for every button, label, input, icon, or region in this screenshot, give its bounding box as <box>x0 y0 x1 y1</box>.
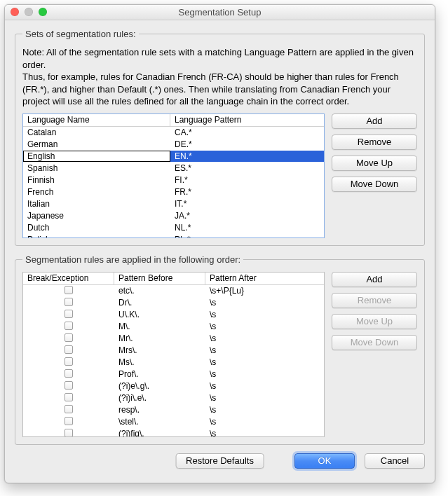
cell-pattern-before[interactable]: (?i)i\.e\. <box>114 392 205 404</box>
table-row[interactable]: Prof\.\s <box>23 368 324 380</box>
titlebar[interactable]: Segmentation Setup <box>5 5 435 20</box>
table-row[interactable]: U\.K\.\s <box>23 309 324 321</box>
checkbox-icon[interactable] <box>65 310 73 318</box>
cell-language-pattern[interactable]: FI.* <box>170 174 324 186</box>
cell-pattern-before[interactable]: Mrs\. <box>114 345 205 356</box>
checkbox-icon[interactable] <box>65 298 73 306</box>
cell-language-name[interactable]: German <box>23 139 170 150</box>
checkbox-icon[interactable] <box>65 333 73 342</box>
cell-pattern-after[interactable]: \s <box>205 404 324 415</box>
checkbox-icon[interactable] <box>65 417 73 425</box>
checkbox-icon[interactable] <box>65 345 73 354</box>
cell-pattern-before[interactable]: (?i)fig\. <box>114 428 205 436</box>
rules-table-header[interactable]: Break/Exception Pattern Before Pattern A… <box>23 273 324 285</box>
cell-break-exception[interactable] <box>23 345 114 357</box>
cell-break-exception[interactable] <box>23 333 114 345</box>
table-row[interactable]: SpanishES.* <box>23 163 324 174</box>
cell-pattern-after[interactable]: \s <box>205 297 324 308</box>
cell-language-name[interactable]: Dutch <box>23 222 170 233</box>
rules-move-down-button[interactable]: Move Down <box>332 335 417 350</box>
rules-table[interactable]: Break/Exception Pattern Before Pattern A… <box>22 272 325 437</box>
cell-language-name[interactable]: Catalan <box>23 127 170 138</box>
cell-pattern-after[interactable]: \s <box>205 380 324 392</box>
remove-button[interactable]: Remove <box>332 135 417 150</box>
cell-language-name[interactable]: English <box>23 151 170 162</box>
zoom-icon[interactable] <box>39 8 47 16</box>
table-row[interactable]: JapaneseJA.* <box>23 210 324 222</box>
add-button[interactable]: Add <box>332 113 417 129</box>
cell-language-pattern[interactable]: PL.* <box>170 234 324 237</box>
cell-language-name[interactable]: Finnish <box>23 174 170 186</box>
cell-language-name[interactable]: Japanese <box>23 210 170 221</box>
cell-pattern-after[interactable]: \s <box>205 392 324 404</box>
table-row[interactable]: FinnishFI.* <box>23 174 324 186</box>
cell-pattern-before[interactable]: resp\. <box>114 404 205 415</box>
cell-language-pattern[interactable]: CA.* <box>170 127 324 138</box>
cell-pattern-after[interactable]: \s <box>205 333 324 344</box>
table-row[interactable]: (?i)fig\.\s <box>23 428 324 436</box>
cell-break-exception[interactable] <box>23 297 114 309</box>
col-pattern-after[interactable]: Pattern After <box>205 273 324 284</box>
checkbox-icon[interactable] <box>65 393 73 401</box>
rules-move-up-button[interactable]: Move Up <box>332 314 417 329</box>
table-row[interactable]: ItalianIT.* <box>23 198 324 210</box>
checkbox-icon[interactable] <box>65 381 73 390</box>
col-language-name[interactable]: Language Name <box>23 114 170 126</box>
table-row[interactable]: (?i)e\.g\.\s <box>23 380 324 392</box>
col-pattern-before[interactable]: Pattern Before <box>114 273 205 284</box>
restore-defaults-button[interactable]: Restore Defaults <box>175 453 264 469</box>
cell-pattern-after[interactable]: \s+\P{Lu} <box>205 285 324 296</box>
cell-pattern-after[interactable]: \s <box>205 357 324 368</box>
ok-button[interactable]: OK <box>294 453 355 469</box>
cell-pattern-before[interactable]: Ms\. <box>114 357 205 368</box>
move-down-button[interactable]: Move Down <box>332 177 417 192</box>
table-row[interactable]: Ms\.\s <box>23 357 324 368</box>
cell-language-pattern[interactable]: JA.* <box>170 210 324 221</box>
table-row[interactable]: resp\.\s <box>23 404 324 416</box>
cell-break-exception[interactable] <box>23 392 114 404</box>
move-up-button[interactable]: Move Up <box>332 156 417 171</box>
table-row[interactable]: Mrs\.\s <box>23 345 324 357</box>
cell-pattern-before[interactable]: Prof\. <box>114 368 205 380</box>
table-row[interactable]: Mr\.\s <box>23 333 324 345</box>
cell-pattern-before[interactable]: (?i)e\.g\. <box>114 380 205 392</box>
cell-pattern-before[interactable]: M\. <box>114 321 205 332</box>
rules-rows[interactable]: etc\.\s+\P{Lu}Dr\.\sU\.K\.\sM\.\sMr\.\sM… <box>23 285 324 436</box>
language-table-header[interactable]: Language Name Language Pattern <box>23 114 324 127</box>
dialog-window[interactable]: Segmentation Setup Sets of segmentation … <box>4 4 435 483</box>
cell-pattern-before[interactable]: \stel\. <box>114 416 205 427</box>
col-language-pattern[interactable]: Language Pattern <box>170 114 324 126</box>
cell-break-exception[interactable] <box>23 309 114 321</box>
cell-pattern-after[interactable]: \s <box>205 416 324 427</box>
cell-language-name[interactable]: French <box>23 186 170 198</box>
table-row[interactable]: FrenchFR.* <box>23 186 324 198</box>
close-icon[interactable] <box>11 8 19 16</box>
cell-language-pattern[interactable]: IT.* <box>170 198 324 209</box>
checkbox-icon[interactable] <box>65 357 73 366</box>
table-row[interactable]: \stel\.\s <box>23 416 324 428</box>
col-break-exception[interactable]: Break/Exception <box>23 273 114 284</box>
table-row[interactable]: etc\.\s+\P{Lu} <box>23 285 324 297</box>
checkbox-icon[interactable] <box>65 429 73 436</box>
cell-pattern-before[interactable]: Dr\. <box>114 297 205 308</box>
cell-break-exception[interactable] <box>23 368 114 380</box>
cell-pattern-before[interactable]: Mr\. <box>114 333 205 344</box>
table-row[interactable]: Dr\.\s <box>23 297 324 309</box>
cell-pattern-before[interactable]: etc\. <box>114 285 205 296</box>
cell-break-exception[interactable] <box>23 285 114 297</box>
cell-language-pattern[interactable]: FR.* <box>170 186 324 198</box>
cell-language-pattern[interactable]: DE.* <box>170 139 324 150</box>
rules-add-button[interactable]: Add <box>332 272 417 287</box>
cell-language-name[interactable]: Polish <box>23 234 170 237</box>
checkbox-icon[interactable] <box>65 286 73 294</box>
cell-break-exception[interactable] <box>23 357 114 368</box>
language-table[interactable]: Language Name Language Pattern CatalanCA… <box>22 113 325 238</box>
checkbox-icon[interactable] <box>65 322 73 330</box>
cell-pattern-after[interactable]: \s <box>205 428 324 436</box>
table-row[interactable]: DutchNL.* <box>23 222 324 234</box>
table-row[interactable]: CatalanCA.* <box>23 127 324 139</box>
cell-break-exception[interactable] <box>23 428 114 436</box>
cell-pattern-after[interactable]: \s <box>205 309 324 320</box>
table-row[interactable]: PolishPL.* <box>23 234 324 237</box>
cell-pattern-after[interactable]: \s <box>205 345 324 356</box>
